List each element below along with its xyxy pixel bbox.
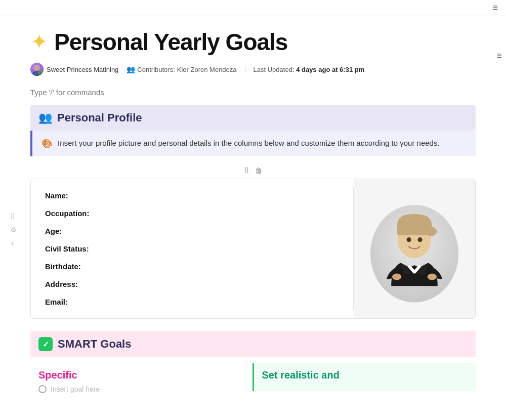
avatar-plant-icon: 🌿 (37, 70, 44, 76)
settings-icon[interactable]: ⚙ (10, 226, 17, 234)
profile-section-icon: 👥 (38, 111, 52, 124)
smart-goals-title: SMART Goals (58, 338, 131, 351)
right-sidebar-menu[interactable]: ≡ (496, 51, 502, 61)
block-delete-icon[interactable]: 🗑 (255, 166, 262, 175)
contributors-label: Contributors: (137, 66, 175, 73)
drag-handle-icon[interactable]: ⠿ (10, 213, 17, 221)
top-bar: ≡ (0, 0, 506, 16)
specific-label: Specific (38, 369, 244, 381)
profile-section-title: Personal Profile (57, 111, 142, 124)
field-age-label: Age: (45, 227, 106, 235)
specific-col: Specific Insert goal here (30, 363, 252, 399)
field-occupation-label: Occupation: (45, 209, 106, 218)
contributors-info: 👥 Contributors: Kier Zoren Mendoza (126, 65, 236, 73)
smart-goals-row: Specific Insert goal here Set realistic … (30, 363, 476, 399)
field-name: Name: (45, 191, 339, 200)
page-title: Personal Yearly Goals (54, 28, 287, 56)
meta-info: 🌿 Sweet Princess Matining 👥 Contributors… (30, 60, 476, 84)
personal-profile-header: 👥 Personal Profile (30, 105, 476, 131)
field-email: Email: (45, 298, 339, 306)
svg-point-9 (428, 273, 437, 280)
left-sidebar: ⠿ ⚙ + (10, 213, 17, 247)
field-civil-status-label: Civil Status: (45, 244, 106, 253)
field-civil-status: Civil Status: (45, 244, 339, 253)
specific-goal-item: Insert goal here (38, 385, 244, 393)
svg-point-8 (392, 273, 401, 280)
svg-point-6 (406, 237, 411, 242)
svg-point-7 (417, 237, 422, 242)
add-block-icon[interactable]: + (10, 239, 17, 247)
last-updated-value: 4 days ago at 6:31 pm (296, 66, 364, 73)
author-info: 🌿 Sweet Princess Matining (30, 63, 118, 76)
info-callout: 🎨 Insert your profile picture and person… (30, 131, 476, 156)
author-name: Sweet Princess Matining (47, 66, 118, 73)
field-birthdate-label: Birthdate: (45, 262, 106, 271)
field-email-label: Email: (45, 298, 106, 306)
menu-icon[interactable]: ≡ (492, 3, 498, 13)
meta-separator (245, 66, 245, 73)
field-name-label: Name: (45, 191, 106, 200)
realistic-label: Set realistic and (262, 369, 468, 381)
command-input-row[interactable] (30, 84, 476, 105)
realistic-col: Set realistic and (252, 363, 476, 391)
field-address: Address: (45, 280, 339, 288)
profile-card: Name: Occupation: Age: Civil Status: Bir… (30, 179, 476, 319)
field-age: Age: (45, 227, 339, 235)
last-updated: Last Updated: 4 days ago at 6:31 pm (254, 66, 365, 73)
svg-point-5 (426, 227, 437, 236)
command-input[interactable] (30, 88, 476, 97)
profile-fields: Name: Occupation: Age: Civil Status: Bir… (31, 179, 353, 318)
smart-check-icon: ✓ (38, 337, 53, 351)
contributors-name: Kier Zoren Mendoza (177, 66, 237, 73)
contributors-icon: 👥 (126, 65, 135, 73)
block-toolbar: ⠿ 🗑 (30, 164, 476, 179)
field-birthdate: Birthdate: (45, 262, 339, 271)
block-drag-icon[interactable]: ⠿ (244, 166, 249, 175)
specific-placeholder[interactable]: Insert goal here (51, 385, 100, 393)
star-icon: ✦ (30, 31, 48, 53)
person-illustration (364, 193, 465, 305)
avatar: 🌿 (30, 63, 44, 76)
callout-icon: 🎨 (41, 138, 53, 149)
field-address-label: Address: (45, 280, 106, 288)
main-content: ✦ Personal Yearly Goals 🌿 Sweet Princess… (0, 16, 506, 399)
smart-goals-header: ✓ SMART Goals (30, 331, 476, 357)
last-updated-label: Last Updated: (254, 66, 294, 73)
profile-photo-area (354, 179, 475, 318)
title-area: ✦ Personal Yearly Goals (30, 16, 476, 60)
field-occupation: Occupation: (45, 209, 339, 218)
specific-radio[interactable] (38, 385, 47, 393)
callout-text: Insert your profile picture and personal… (58, 138, 440, 149)
